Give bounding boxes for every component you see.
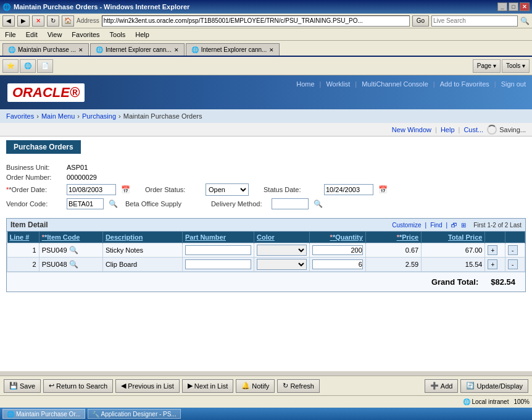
prev-icon: ◀ [121,382,126,390]
col-color-link[interactable]: Color [257,233,275,241]
toolbar-btn-3[interactable]: 📄 [37,59,53,73]
tab-icon-0: 🌐 [8,46,15,53]
minimize-button[interactable]: _ [497,2,507,11]
refresh-button[interactable]: ↻ Refresh [277,379,320,393]
col-part-link[interactable]: Part Number [185,233,226,241]
next-in-list-button[interactable]: ▶ Next in List [182,379,233,393]
quantity-input-1[interactable] [312,245,362,255]
cell-price-1: 0.67 [365,243,421,258]
status-zone-icon: 🌐 [463,398,470,405]
menu-help[interactable]: Help [133,30,152,39]
toolbar-btn-2[interactable]: 🌐 [20,59,36,73]
cell-color-2 [254,258,310,272]
update-icon: 🔄 [466,382,475,390]
cell-total-1: 67.00 [422,243,485,258]
order-date-calendar-icon[interactable]: 📅 [121,185,130,194]
color-select-1[interactable] [257,245,307,256]
col-qty-link[interactable]: **Quantity [330,233,363,241]
tab-close-0[interactable]: ✕ [78,47,83,53]
nav-add-favorites[interactable]: Add to Favorites [440,80,489,88]
quantity-input-2[interactable] [312,259,362,269]
status-date-input[interactable] [324,184,373,195]
tools-menu-btn[interactable]: Tools ▾ [502,59,530,73]
refresh-button[interactable]: ↻ [47,15,59,27]
address-input[interactable] [102,15,410,27]
new-window-link[interactable]: New Window [392,126,431,133]
color-select-2[interactable] [257,259,307,270]
previous-in-list-button[interactable]: ◀ Previous in List [115,379,180,393]
search-input[interactable] [431,15,518,27]
tab-close-1[interactable]: ✕ [174,47,179,53]
taskbar-item-0[interactable]: 🌐 Maintain Purchase Or... [2,409,85,419]
find-link[interactable]: Find [430,222,442,229]
tab-close-2[interactable]: ✕ [269,47,274,53]
cell-desc-1: Sticky Notes [102,243,182,258]
breadcrumb-purchasing[interactable]: Purchasing [82,112,116,120]
favorites-btn[interactable]: ⭐ [2,59,19,73]
del-row-1-button[interactable]: - [508,245,518,255]
order-status-label: Order Status: [145,186,201,193]
vendor-code-input[interactable] [67,198,104,209]
notify-button[interactable]: 🔔 Notify [236,379,275,393]
status-date-calendar-icon[interactable]: 📅 [378,185,388,194]
menu-view[interactable]: View [45,30,65,39]
nav-worklist[interactable]: Worklist [326,80,350,88]
return-to-search-button[interactable]: ↩ Return to Search [43,379,113,393]
part-number-input-1[interactable] [185,245,251,255]
delivery-lookup-icon[interactable]: 🔍 [314,200,323,208]
item-lookup-icon-1[interactable]: 🔍 [69,246,78,254]
maximize-button[interactable]: □ [509,2,518,11]
grid-icon[interactable]: ⊞ [461,222,466,229]
cell-part-2[interactable] [182,258,254,272]
col-desc-link[interactable]: Description [106,233,143,241]
home-button[interactable]: 🏠 [62,15,74,27]
add-button[interactable]: ➕ Add [425,379,459,393]
col-color: Color [254,232,310,243]
tab-0[interactable]: 🌐 Maintain Purchase ... ✕ [2,43,89,56]
nav-home[interactable]: Home [296,80,314,88]
tab-2[interactable]: 🌐 Internet Explorer cann... ✕ [186,43,280,56]
stop-button[interactable]: ✕ [32,15,44,27]
taskbar-item-1[interactable]: 🔧 Application Designer - PS... [88,409,181,419]
forward-button[interactable]: ▶ [17,15,30,27]
add-row-2-button[interactable]: + [488,259,497,269]
order-status-select[interactable]: Open Closed Cancelled Pending [206,183,249,196]
breadcrumb-main-menu[interactable]: Main Menu [41,112,75,120]
order-date-input[interactable] [67,184,116,195]
col-price-link[interactable]: **Price [397,233,418,241]
back-button[interactable]: ◀ [2,15,15,27]
col-line-link[interactable]: Line # [10,233,30,241]
vendor-lookup-icon[interactable]: 🔍 [109,200,118,208]
page-menu-btn[interactable]: Page ▾ [473,59,501,73]
part-number-input-2[interactable] [185,259,251,269]
menu-file[interactable]: File [2,30,19,39]
add-row-1-button[interactable]: + [488,245,497,255]
delivery-method-input[interactable] [272,198,309,209]
nav-sign-out[interactable]: Sign out [501,80,526,88]
menu-edit[interactable]: Edit [23,30,40,39]
item-lookup-icon-2[interactable]: 🔍 [69,260,78,269]
cell-part-1[interactable] [182,243,254,258]
toolbar-row: ⭐ 🌐 📄 Page ▾ Tools ▾ [0,57,532,75]
breadcrumb: Favorites › Main Menu › Purchasing › Mai… [0,109,532,123]
help-link[interactable]: Help [441,126,455,133]
menu-favorites[interactable]: Favorites [69,30,102,39]
del-row-2-button[interactable]: - [508,259,518,269]
refresh-icon: ↻ [283,382,288,390]
col-part-number: Part Number [182,232,254,243]
customize-link[interactable]: Cust... [463,126,483,133]
tab-1[interactable]: 🌐 Internet Explorer cann... ✕ [90,43,185,56]
nav-multichannel[interactable]: MultiChannel Console [362,80,428,88]
breadcrumb-favorites[interactable]: Favorites [6,112,34,120]
go-button[interactable]: Go [412,15,429,27]
col-item-code-link[interactable]: **Item Code [42,233,80,241]
update-display-button[interactable]: 🔄 Update/Display [460,379,528,393]
close-button[interactable]: ✕ [520,2,530,11]
taskbar-label-0: Maintain Purchase Or... [16,411,81,418]
save-button[interactable]: 💾 Save [4,379,41,393]
menu-tools[interactable]: Tools [107,30,128,39]
customize-link[interactable]: Customize [392,222,421,229]
view-all-icon[interactable]: 🗗 [451,222,457,229]
col-total-link[interactable]: Total Price [448,233,482,241]
status-date-label: Status Date: [264,186,319,193]
